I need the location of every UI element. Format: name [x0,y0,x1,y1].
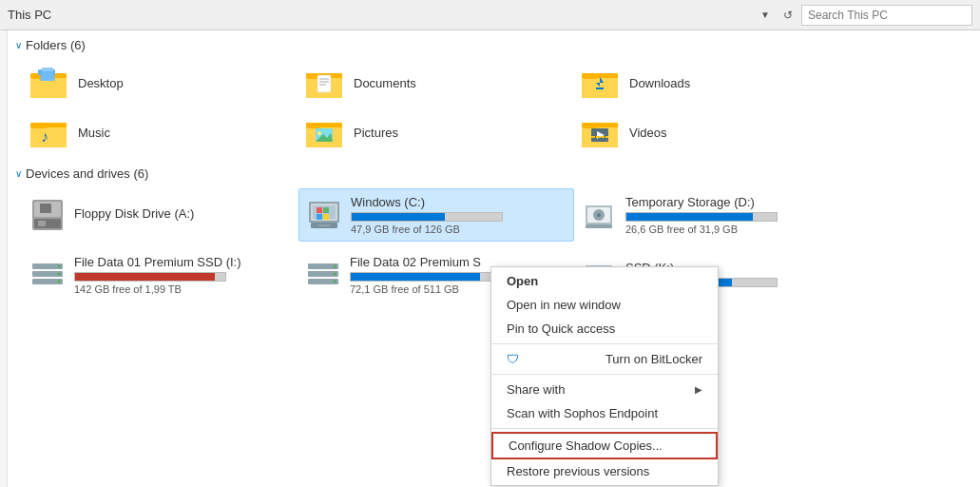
svg-point-66 [334,273,336,276]
svg-rect-55 [586,224,612,228]
filedata02-drive-icon [306,258,340,292]
desktop-folder-icon [30,66,68,100]
context-menu: Open Open in new window Pin to Quick acc… [490,266,719,486]
windows-drive-bar-fill [352,213,445,221]
context-menu-separator-2 [491,374,718,375]
folders-chevron-icon[interactable]: ∨ [15,40,22,50]
svg-rect-19 [30,127,67,147]
bitlocker-icon: 🛡 [507,352,519,366]
drive-item-filedata01[interactable]: File Data 01 Premium SSD (I:) 142 GB fre… [23,249,298,301]
folder-label-pictures: Pictures [354,126,398,140]
svg-rect-50 [318,224,330,226]
filedata01-drive-info: File Data 01 Premium SSD (I:) 142 GB fre… [74,255,291,295]
folder-label-documents: Documents [354,76,416,90]
windows-drive-name: Windows (C:) [351,195,566,209]
svg-point-67 [334,281,336,283]
context-menu-item-bitlocker[interactable]: 🛡 Turn on BitLocker [491,347,718,371]
svg-point-65 [334,265,336,268]
floppy-drive-info: Floppy Disk Drive (A:) [74,206,291,224]
svg-rect-47 [317,214,322,220]
music-folder-icon: ♪ [30,115,68,149]
filedata02-drive-bar-container [350,272,502,282]
svg-rect-15 [584,73,597,79]
temp-drive-bar-container [625,212,778,222]
context-menu-item-pin-quick-access[interactable]: Pin to Quick access [491,317,718,341]
svg-rect-5 [40,71,55,81]
devices-chevron-icon[interactable]: ∨ [15,168,22,179]
folder-label-music: Music [78,126,110,140]
folder-item-documents[interactable]: Documents [298,60,574,106]
folders-section-label: Folders (6) [26,38,86,52]
temp-drive-name: Temporary Storage (D:) [625,195,842,209]
folder-item-music[interactable]: ♪ Music [23,109,298,155]
windows-drive-bar-container [351,212,503,222]
temp-drive-bar-fill [626,213,753,221]
svg-text:♪: ♪ [41,128,48,145]
folder-item-pictures[interactable]: Pictures [298,109,574,155]
filedata01-drive-bar-fill [75,273,215,281]
context-menu-item-open-new-window[interactable]: Open in new window [491,293,718,317]
temp-drive-info: Temporary Storage (D:) 26,6 GB free of 3… [625,195,842,235]
svg-rect-48 [323,214,329,220]
svg-rect-9 [317,75,331,92]
folder-item-desktop[interactable]: Desktop [23,60,298,106]
floppy-drive-name: Floppy Disk Drive (A:) [74,206,291,221]
title-bar-controls: ▼ ↺ [756,5,972,26]
context-menu-separator-3 [491,428,718,429]
temp-drive-free: 26,6 GB free of 31,9 GB [625,224,842,235]
drive-item-windows-c[interactable]: Windows (C:) 47,9 GB free of 126 GB [298,188,574,242]
pictures-folder-icon [306,115,344,149]
title-bar-refresh-button[interactable]: ↺ [778,6,797,25]
svg-rect-17 [596,88,604,89]
svg-point-60 [58,273,61,276]
downloads-folder-icon [582,66,620,100]
folder-label-desktop: Desktop [78,76,124,90]
windows-drive-free: 47,9 GB free of 126 GB [351,224,566,235]
filedata01-drive-free: 142 GB free of 1,99 TB [74,283,291,295]
drive-item-temp-d[interactable]: Temporary Storage (D:) 26,6 GB free of 3… [574,188,850,242]
share-with-arrow-icon: ▶ [695,384,702,395]
videos-folder-icon [582,115,620,149]
filedata02-drive-bar-fill [351,273,480,281]
title-bar-dropdown-button[interactable]: ▼ [756,6,775,25]
windows-drive-info: Windows (C:) 47,9 GB free of 126 GB [351,195,566,235]
title-bar: This PC ▼ ↺ [0,0,980,30]
context-menu-item-open[interactable]: Open [491,269,718,293]
context-menu-item-restore-versions[interactable]: Restore previous versions [491,459,718,483]
svg-point-59 [58,265,61,268]
search-input[interactable] [801,5,972,26]
svg-rect-46 [323,207,329,213]
devices-section-label: Devices and drives (6) [26,166,148,181]
svg-rect-41 [38,221,46,226]
svg-rect-36 [605,136,608,138]
svg-point-26 [317,131,321,135]
svg-rect-1 [30,78,67,98]
devices-section-header: ∨ Devices and drives (6) [15,166,965,181]
svg-rect-30 [584,123,597,128]
filedata01-drive-icon [30,258,65,292]
context-menu-item-shadow-copies[interactable]: Configure Shadow Copies... [491,432,718,459]
svg-rect-34 [596,136,600,138]
windows-drive-icon [307,198,341,232]
svg-point-54 [597,213,601,217]
documents-folder-icon [306,66,344,100]
context-menu-item-share-with[interactable]: Share with ▶ [491,378,718,401]
folder-item-videos[interactable]: Videos [574,109,850,155]
folder-item-downloads[interactable]: Downloads [574,60,850,106]
context-menu-item-sophos[interactable]: Scan with Sophos Endpoint [491,401,718,425]
svg-rect-33 [591,136,595,138]
svg-point-61 [58,281,61,283]
title-bar-text: This PC [8,8,756,22]
svg-rect-35 [601,136,605,138]
context-menu-separator-1 [491,343,718,344]
folder-label-downloads: Downloads [629,76,690,90]
svg-rect-24 [308,123,321,128]
folders-grid: Desktop Documents [23,60,965,155]
folder-label-videos: Videos [629,126,667,140]
filedata01-drive-name: File Data 01 Premium SSD (I:) [74,255,291,269]
filedata01-drive-bar-container [74,272,226,282]
svg-rect-45 [317,207,322,213]
drive-item-floppy[interactable]: Floppy Disk Drive (A:) [23,188,298,242]
folders-section-header: ∨ Folders (6) [15,38,965,52]
temp-drive-icon [582,198,616,232]
